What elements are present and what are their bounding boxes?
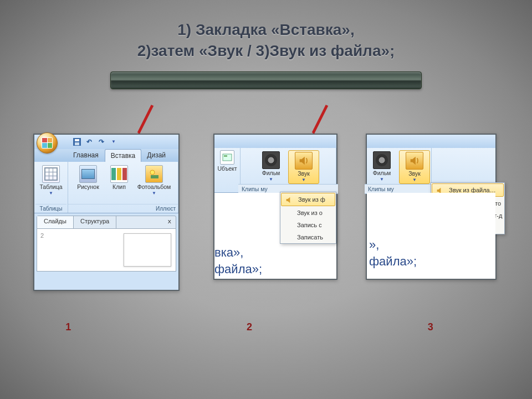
undo-icon[interactable]: ↶: [84, 137, 94, 147]
picture-button[interactable]: Рисунок: [74, 164, 102, 196]
group-media: Фильм▼ Звук▼ Клипы му: [241, 148, 336, 192]
sound-button[interactable]: Звук▼: [399, 150, 430, 184]
tab-design[interactable]: Дизай: [141, 149, 172, 162]
sound-button[interactable]: Звук▼: [288, 150, 319, 184]
ribbon: Таблица▼ Таблицы Рисунок Клип Фотоальбом…: [34, 162, 178, 213]
tab-insert[interactable]: Вставка: [105, 149, 142, 162]
slide-title: 1) Закладка «Вставка», 2)затем «Звук / 3…: [0, 0, 532, 62]
pane-tab-slides[interactable]: Слайды: [37, 216, 74, 228]
clip-button[interactable]: Клип: [105, 164, 133, 196]
tab-home[interactable]: Главная: [68, 149, 105, 162]
movie-button[interactable]: Фильм▼: [257, 150, 285, 184]
slide-thumbnails: 2: [37, 229, 176, 272]
movie-button[interactable]: Фильм▼: [368, 150, 396, 184]
table-icon: [42, 165, 60, 183]
screenshot-3: Фильм▼ Звук▼ Клипы му Звук из файла… Зву…: [366, 134, 497, 280]
picture-icon: [79, 165, 97, 183]
speaker-icon: [295, 152, 313, 170]
ribbon-tabs: Главная Вставка Дизай: [34, 149, 178, 162]
menu-sound-from-file[interactable]: Звук из ф: [281, 193, 335, 206]
svg-rect-8: [75, 142, 79, 145]
slide-thumb[interactable]: [124, 233, 171, 267]
film-reel-icon: [262, 151, 280, 169]
redo-icon[interactable]: ↷: [96, 137, 106, 147]
qat-dropdown-icon[interactable]: ▼: [109, 137, 119, 147]
group-media: Фильм▼ Звук▼ Клипы му: [367, 148, 432, 192]
svg-rect-11: [223, 154, 232, 161]
object-icon: [220, 150, 234, 165]
pane-close-icon[interactable]: x: [163, 216, 176, 228]
office-button[interactable]: [37, 132, 58, 154]
menu-sound-from-organizer[interactable]: Звук из о: [280, 207, 336, 219]
background-text-fragment: файла»;: [369, 254, 417, 269]
save-icon[interactable]: [72, 137, 82, 147]
group-tables: Таблица▼ Таблицы: [34, 162, 68, 213]
photoalbum-icon: [145, 165, 163, 183]
screenshot-2: Uбъект Фильм▼ Звук▼ Клипы му: [213, 134, 337, 280]
screenshot-1: ↶ ↷ ▼ Главная Вставка Дизай Таблица▼ Таб…: [33, 134, 180, 291]
decorative-divider: [110, 71, 422, 89]
svg-point-9: [150, 170, 155, 175]
speaker-icon: [406, 152, 423, 170]
ribbon-media: Uбъект Фильм▼ Звук▼ Клипы му: [214, 148, 336, 193]
svg-rect-10: [151, 175, 158, 178]
step-numbers: 1 2 3: [0, 321, 532, 333]
svg-rect-7: [75, 139, 79, 141]
menu-record-sound[interactable]: Записать: [280, 231, 336, 243]
object-button[interactable]: Uбъект: [214, 148, 241, 192]
speaker-small-icon: [285, 196, 294, 204]
pane-tab-outline[interactable]: Структура: [74, 216, 116, 228]
svg-rect-12: [224, 155, 227, 157]
background-text-fragment: »,: [369, 238, 379, 252]
background-text-fragment: вка»,: [214, 245, 243, 260]
background-text-fragment: файла»;: [214, 262, 262, 277]
slide-number: 2: [40, 232, 44, 239]
quick-access-toolbar: ↶ ↷ ▼: [34, 135, 178, 149]
film-reel-icon: [373, 151, 391, 169]
group-illustrations: Рисунок Клип Фотоальбом▼ Иллюст: [68, 162, 178, 213]
ribbon-media: Фильм▼ Звук▼ Клипы му Звук из файла… Зву…: [367, 148, 495, 193]
sound-dropdown-menu: Звук из ф Звук из о Запись с Записать: [280, 192, 336, 244]
photoalbum-button[interactable]: Фотоальбом▼: [136, 164, 172, 196]
table-button[interactable]: Таблица▼: [37, 164, 65, 196]
clip-icon: [110, 165, 128, 183]
slide-pane-tabs: Слайды Структура x: [37, 216, 176, 229]
menu-record-from-cd[interactable]: Запись с: [280, 219, 336, 231]
